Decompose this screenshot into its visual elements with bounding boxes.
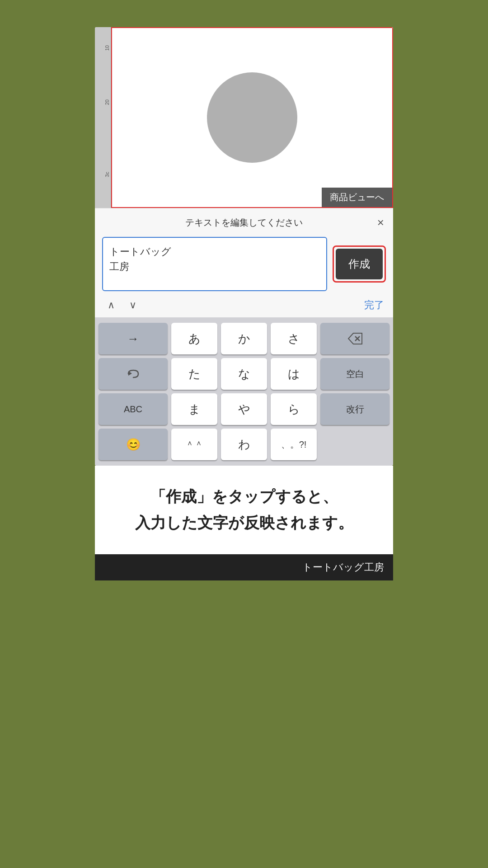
product-view-button[interactable]: 商品ビューへ xyxy=(322,188,392,207)
keyboard-row-4: 😊 ＾＾ わ 、。?! xyxy=(95,427,393,462)
canvas-area: 10 20 3c 商品ビューへ xyxy=(95,27,393,208)
dialog-header: テキストを編集してください × xyxy=(95,208,393,233)
key-a[interactable]: あ xyxy=(171,323,217,354)
ruler-ticks xyxy=(95,27,111,208)
key-ta[interactable]: た xyxy=(171,358,217,390)
done-button[interactable]: 完了 xyxy=(364,298,384,312)
annotation-line1: 「作成」をタップすると、 xyxy=(117,484,371,510)
keyboard-row-1: → あ か さ xyxy=(95,321,393,356)
key-abc[interactable]: ABC xyxy=(99,393,168,425)
key-ka[interactable]: か xyxy=(221,323,267,354)
dialog-nav-row: ∧ ∨ 完了 xyxy=(95,295,393,317)
key-arrow[interactable]: → xyxy=(99,323,168,354)
svg-marker-2 xyxy=(128,371,132,376)
key-ra[interactable]: ら xyxy=(271,393,317,425)
create-button[interactable]: 作成 xyxy=(336,249,383,279)
nav-arrows: ∧ ∨ xyxy=(104,297,140,313)
keyboard-row-3: ABC ま や ら 改行 xyxy=(95,392,393,427)
key-na[interactable]: な xyxy=(221,358,267,390)
dialog-input-row: トートバッグ 工房 作成 xyxy=(95,233,393,295)
ruler-left: 10 20 3c xyxy=(95,27,111,208)
key-ma[interactable]: ま xyxy=(171,393,217,425)
key-space[interactable]: 空白 xyxy=(320,358,389,390)
canvas-content: 商品ビューへ xyxy=(111,27,393,208)
key-punct2[interactable]: 、。?! xyxy=(271,429,317,460)
create-button-wrapper: 作成 xyxy=(333,237,386,291)
nav-up-arrow[interactable]: ∧ xyxy=(104,297,118,313)
phone-container: 10 20 3c 商品ビューへ テキストを編集して xyxy=(95,27,393,466)
annotation-box: 「作成」をタップすると、 入力した文字が反映されます。 xyxy=(95,466,393,554)
key-ha[interactable]: は xyxy=(271,358,317,390)
dialog-title: テキストを編集してください xyxy=(185,217,303,229)
create-button-highlight: 作成 xyxy=(333,245,386,283)
text-input-field[interactable]: トートバッグ 工房 xyxy=(102,237,327,291)
keyboard-area: → あ か さ た な は 空白 xyxy=(95,317,393,466)
undo-icon xyxy=(126,368,141,380)
backspace-icon xyxy=(347,332,363,345)
bottom-bar: トートバッグ工房 xyxy=(95,554,393,580)
annotation-line2: 入力した文字が反映されます。 xyxy=(117,510,371,536)
key-backspace[interactable] xyxy=(320,323,389,354)
key-punct1[interactable]: ＾＾ xyxy=(171,429,217,460)
edit-dialog: テキストを編集してください × トートバッグ 工房 作成 ∧ ∨ 完了 xyxy=(95,208,393,317)
footer-label: トートバッグ工房 xyxy=(302,561,384,573)
key-wa[interactable]: わ xyxy=(221,429,267,460)
nav-down-arrow[interactable]: ∨ xyxy=(126,297,140,313)
flag-circle xyxy=(207,72,297,163)
keyboard-row-2: た な は 空白 xyxy=(95,356,393,392)
key-enter[interactable]: 改行 xyxy=(320,393,389,425)
close-button[interactable]: × xyxy=(377,214,384,228)
key-emoji[interactable]: 😊 xyxy=(99,429,168,460)
key-sa[interactable]: さ xyxy=(271,323,317,354)
key-undo[interactable] xyxy=(99,358,168,390)
key-ya[interactable]: や xyxy=(221,393,267,425)
